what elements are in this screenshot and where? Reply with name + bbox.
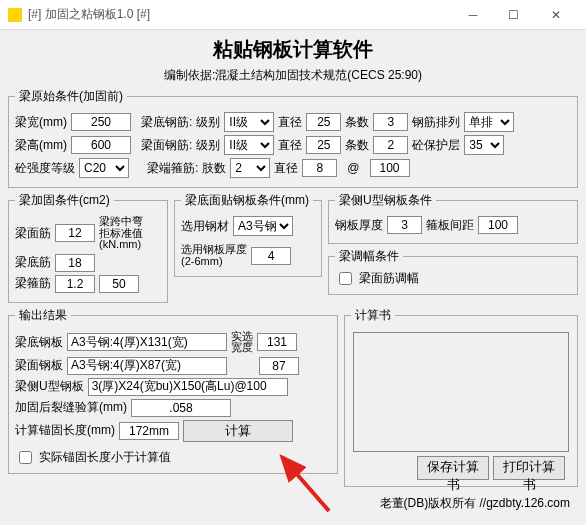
stirrup-spacing-input[interactable] xyxy=(370,159,410,177)
stirrup-reinf-input[interactable] xyxy=(55,275,95,293)
top-plate-output[interactable] xyxy=(67,357,227,375)
stirrup-reinf-input-2[interactable] xyxy=(99,275,139,293)
side-thick-label: 钢板厚度 xyxy=(335,217,383,234)
stirrup-label: 梁端箍筋: xyxy=(147,160,198,177)
real-top-input[interactable] xyxy=(259,357,299,375)
anchor-output[interactable] xyxy=(119,422,179,440)
top-grade-select[interactable]: II级 xyxy=(224,135,274,155)
top-diam-input[interactable] xyxy=(306,136,341,154)
legs-label: 肢数 xyxy=(202,160,226,177)
plate-legend: 梁底面贴钢板条件(mm) xyxy=(181,192,313,209)
footer-text: 老董(DB)版权所有 //gzdbty.126.com xyxy=(6,489,580,512)
minimize-button[interactable]: ─ xyxy=(453,1,493,29)
grade-label-2: 级别 xyxy=(196,137,220,154)
anchor-check[interactable]: 实际锚固长度小于计算值 xyxy=(15,448,331,467)
cover-select[interactable]: 35 xyxy=(464,135,504,155)
plate-thick-input[interactable] xyxy=(251,247,291,265)
crack-output[interactable] xyxy=(131,399,231,417)
diam-label-3: 直径 xyxy=(274,160,298,177)
close-button[interactable]: ✕ xyxy=(533,1,578,29)
count-label-2: 条数 xyxy=(345,137,369,154)
app-icon xyxy=(8,8,22,22)
output-group: 输出结果 梁底钢板 实选宽度 梁面钢板 梁侧U型钢板 加固后裂缝验算(mm xyxy=(8,307,338,474)
adjust-group: 梁调幅条件 梁面筋调幅 xyxy=(328,248,578,295)
titlebar: [#] 加固之粘钢板1.0 [#] ─ ☐ ✕ xyxy=(0,0,586,30)
bottom-diam-input[interactable] xyxy=(306,113,341,131)
reinforce-legend: 梁加固条件(cm2) xyxy=(15,192,114,209)
app-title: 粘贴钢板计算软件 xyxy=(6,36,580,63)
calcbook-area xyxy=(353,332,569,452)
window-title: [#] 加固之粘钢板1.0 [#] xyxy=(28,6,453,23)
real-width-label: 实选宽度 xyxy=(231,331,253,354)
grade-label-1: 级别 xyxy=(196,114,220,131)
calcbook-legend: 计算书 xyxy=(351,307,395,324)
adjust-checkbox[interactable]: 梁面筋调幅 xyxy=(335,269,571,288)
bottom-grade-select[interactable]: II级 xyxy=(224,112,274,132)
count-label-1: 条数 xyxy=(345,114,369,131)
adjust-legend: 梁调幅条件 xyxy=(335,248,403,265)
at-label: @ xyxy=(347,161,359,175)
u-plate-label: 梁侧U型钢板 xyxy=(15,378,84,395)
stirrup-diam-input[interactable] xyxy=(302,159,337,177)
real-bottom-input[interactable] xyxy=(257,333,297,351)
beam-height-input[interactable] xyxy=(71,136,131,154)
cover-label: 砼保护层 xyxy=(412,137,460,154)
calcbook-group: 计算书 保存计算书 打印计算书 xyxy=(344,307,578,487)
top-rebar-label: 梁面钢筋: xyxy=(141,137,192,154)
diam-label-1: 直径 xyxy=(278,114,302,131)
print-calcbook-button[interactable]: 打印计算书 xyxy=(493,456,565,480)
thick-label: 选用钢板厚度 (2-6mm) xyxy=(181,244,247,267)
top-reinf-label: 梁面筋 xyxy=(15,225,51,242)
bottom-reinf-label: 梁底筋 xyxy=(15,254,51,271)
side-thick-input[interactable] xyxy=(387,216,422,234)
top-reinf-input[interactable] xyxy=(55,224,95,242)
legs-select[interactable]: 2 xyxy=(230,158,270,178)
diam-label-2: 直径 xyxy=(278,137,302,154)
top-count-input[interactable] xyxy=(373,136,408,154)
beam-width-input[interactable] xyxy=(71,113,131,131)
side-spacing-label: 箍板间距 xyxy=(426,217,474,234)
beam-width-label: 梁宽(mm) xyxy=(15,114,67,131)
layout-select[interactable]: 单排 xyxy=(464,112,514,132)
adjust-checkbox-label: 梁面筋调幅 xyxy=(359,270,419,287)
stirrup-reinf-label: 梁箍筋 xyxy=(15,275,51,292)
adjust-checkbox-input[interactable] xyxy=(339,272,352,285)
bottom-plate-label: 梁底钢板 xyxy=(15,334,63,351)
anchor-label: 计算锚固长度(mm) xyxy=(15,422,115,439)
steel-select[interactable]: A3号钢 xyxy=(233,216,293,236)
conc-grade-label: 砼强度等级 xyxy=(15,160,75,177)
bottom-reinf-input[interactable] xyxy=(55,254,95,272)
top-plate-label: 梁面钢板 xyxy=(15,357,63,374)
crack-label: 加固后裂缝验算(mm) xyxy=(15,399,127,416)
output-legend: 输出结果 xyxy=(15,307,71,324)
save-calcbook-button[interactable]: 保存计算书 xyxy=(417,456,489,480)
header: 粘贴钢板计算软件 编制依据:混凝土结构加固技术规范(CECS 25:90) xyxy=(6,36,580,84)
side-legend: 梁侧U型钢板条件 xyxy=(335,192,436,209)
bending-label: 梁跨中弯 拒标准值 (kN.mm) xyxy=(99,216,143,251)
bottom-plate-output[interactable] xyxy=(67,333,227,351)
side-plate-group: 梁侧U型钢板条件 钢板厚度 箍板间距 xyxy=(328,192,578,244)
calculate-button[interactable]: 计算 xyxy=(183,420,293,442)
anchor-check-label: 实际锚固长度小于计算值 xyxy=(39,449,171,466)
u-plate-output[interactable] xyxy=(88,378,288,396)
original-beam-group: 梁原始条件(加固前) 梁宽(mm) 梁底钢筋: 级别 II级 直径 条数 钢筋排… xyxy=(8,88,578,188)
conc-grade-select[interactable]: C20 xyxy=(79,158,129,178)
bottom-rebar-label: 梁底钢筋: xyxy=(141,114,192,131)
maximize-button[interactable]: ☐ xyxy=(493,1,533,29)
beam-height-label: 梁高(mm) xyxy=(15,137,67,154)
original-legend: 梁原始条件(加固前) xyxy=(15,88,127,105)
reinforce-group: 梁加固条件(cm2) 梁面筋 梁跨中弯 拒标准值 (kN.mm) 梁底筋 梁箍筋 xyxy=(8,192,168,303)
layout-label: 钢筋排列 xyxy=(412,114,460,131)
plate-group: 梁底面贴钢板条件(mm) 选用钢材 A3号钢 选用钢板厚度 (2-6mm) xyxy=(174,192,322,277)
anchor-check-input[interactable] xyxy=(19,451,32,464)
basis-text: 编制依据:混凝土结构加固技术规范(CECS 25:90) xyxy=(6,67,580,84)
side-spacing-input[interactable] xyxy=(478,216,518,234)
steel-label: 选用钢材 xyxy=(181,218,229,235)
bottom-count-input[interactable] xyxy=(373,113,408,131)
